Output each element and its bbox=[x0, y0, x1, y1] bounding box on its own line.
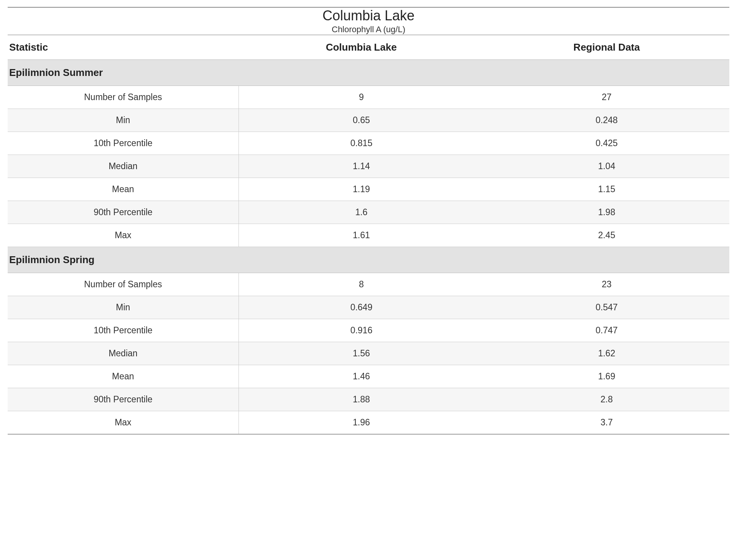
col-lake: Columbia Lake bbox=[239, 35, 484, 60]
table-row: Mean 1.46 1.69 bbox=[8, 365, 729, 388]
cell-stat: Mean bbox=[8, 365, 239, 388]
cell-stat: Min bbox=[8, 296, 239, 319]
col-statistic: Statistic bbox=[8, 35, 239, 60]
table-row: 90th Percentile 1.88 2.8 bbox=[8, 388, 729, 411]
table-body: Columbia Lake Chlorophyll A (ug/L) Stati… bbox=[8, 7, 729, 434]
section-title: Epilimnion Summer bbox=[8, 60, 729, 86]
cell-lake: 1.61 bbox=[239, 224, 484, 247]
table-row: Min 0.65 0.248 bbox=[8, 109, 729, 132]
table-row: 10th Percentile 0.815 0.425 bbox=[8, 132, 729, 155]
report-container: Columbia Lake Chlorophyll A (ug/L) Stati… bbox=[0, 0, 737, 560]
cell-region: 2.8 bbox=[484, 388, 729, 411]
section-header: Epilimnion Spring bbox=[8, 247, 729, 273]
cell-lake: 9 bbox=[239, 86, 484, 109]
table-row: Max 1.96 3.7 bbox=[8, 411, 729, 435]
cell-lake: 0.916 bbox=[239, 319, 484, 342]
cell-lake: 1.88 bbox=[239, 388, 484, 411]
cell-lake: 1.14 bbox=[239, 155, 484, 178]
cell-region: 1.04 bbox=[484, 155, 729, 178]
cell-stat: Median bbox=[8, 155, 239, 178]
stats-table: Columbia Lake Chlorophyll A (ug/L) Stati… bbox=[8, 7, 729, 435]
cell-region: 23 bbox=[484, 273, 729, 296]
cell-region: 0.547 bbox=[484, 296, 729, 319]
cell-stat: 10th Percentile bbox=[8, 319, 239, 342]
cell-region: 1.69 bbox=[484, 365, 729, 388]
cell-region: 0.425 bbox=[484, 132, 729, 155]
table-row: Max 1.61 2.45 bbox=[8, 224, 729, 247]
cell-stat: 90th Percentile bbox=[8, 201, 239, 224]
table-row: Min 0.649 0.547 bbox=[8, 296, 729, 319]
table-row: Number of Samples 9 27 bbox=[8, 86, 729, 109]
cell-stat: Number of Samples bbox=[8, 273, 239, 296]
cell-region: 3.7 bbox=[484, 411, 729, 435]
section-title: Epilimnion Spring bbox=[8, 247, 729, 273]
cell-region: 0.747 bbox=[484, 319, 729, 342]
table-row: 90th Percentile 1.6 1.98 bbox=[8, 201, 729, 224]
table-title: Columbia Lake bbox=[8, 8, 729, 24]
title-cell: Columbia Lake Chlorophyll A (ug/L) bbox=[8, 7, 729, 35]
cell-stat: 10th Percentile bbox=[8, 132, 239, 155]
cell-stat: Max bbox=[8, 411, 239, 435]
cell-region: 27 bbox=[484, 86, 729, 109]
cell-stat: Number of Samples bbox=[8, 86, 239, 109]
table-row: 10th Percentile 0.916 0.747 bbox=[8, 319, 729, 342]
title-row: Columbia Lake Chlorophyll A (ug/L) bbox=[8, 7, 729, 35]
cell-region: 1.98 bbox=[484, 201, 729, 224]
cell-lake: 0.649 bbox=[239, 296, 484, 319]
cell-region: 1.15 bbox=[484, 178, 729, 201]
cell-region: 1.62 bbox=[484, 342, 729, 365]
cell-lake: 1.46 bbox=[239, 365, 484, 388]
cell-lake: 0.815 bbox=[239, 132, 484, 155]
cell-lake: 0.65 bbox=[239, 109, 484, 132]
cell-stat: 90th Percentile bbox=[8, 388, 239, 411]
table-row: Median 1.14 1.04 bbox=[8, 155, 729, 178]
cell-region: 0.248 bbox=[484, 109, 729, 132]
table-subtitle: Chlorophyll A (ug/L) bbox=[8, 25, 729, 35]
cell-lake: 1.6 bbox=[239, 201, 484, 224]
col-region: Regional Data bbox=[484, 35, 729, 60]
table-row: Number of Samples 8 23 bbox=[8, 273, 729, 296]
header-row: Statistic Columbia Lake Regional Data bbox=[8, 35, 729, 60]
cell-lake: 8 bbox=[239, 273, 484, 296]
cell-lake: 1.19 bbox=[239, 178, 484, 201]
cell-stat: Median bbox=[8, 342, 239, 365]
table-row: Median 1.56 1.62 bbox=[8, 342, 729, 365]
section-header: Epilimnion Summer bbox=[8, 60, 729, 86]
table-row: Mean 1.19 1.15 bbox=[8, 178, 729, 201]
cell-stat: Mean bbox=[8, 178, 239, 201]
cell-lake: 1.56 bbox=[239, 342, 484, 365]
cell-stat: Min bbox=[8, 109, 239, 132]
cell-lake: 1.96 bbox=[239, 411, 484, 435]
cell-region: 2.45 bbox=[484, 224, 729, 247]
cell-stat: Max bbox=[8, 224, 239, 247]
